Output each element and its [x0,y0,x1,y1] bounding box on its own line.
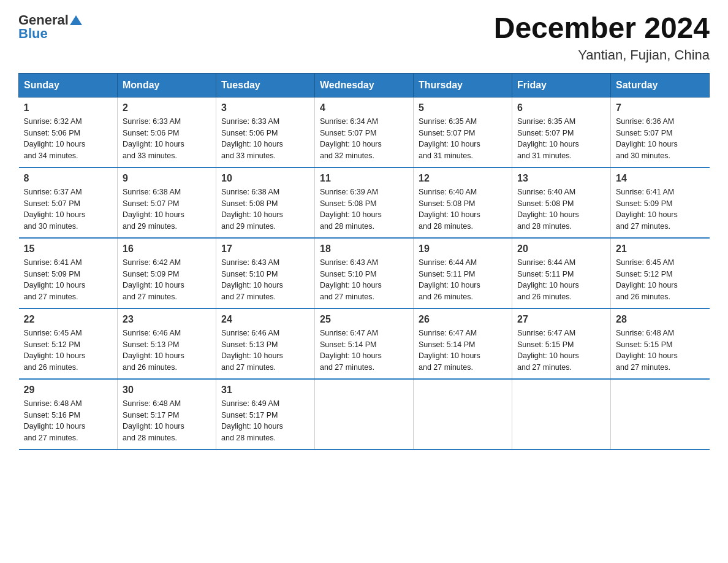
calendar-cell: 24 Sunrise: 6:46 AM Sunset: 5:13 PM Dayl… [216,308,315,379]
day-number: 26 [419,314,507,325]
calendar-cell: 28 Sunrise: 6:48 AM Sunset: 5:15 PM Dayl… [611,308,710,379]
calendar-header-row: SundayMondayTuesdayWednesdayThursdayFrid… [19,73,710,97]
day-info: Sunrise: 6:43 AM Sunset: 5:10 PM Dayligh… [320,257,408,303]
day-info: Sunrise: 6:34 AM Sunset: 5:07 PM Dayligh… [320,116,408,162]
calendar-cell [611,379,710,450]
day-info: Sunrise: 6:49 AM Sunset: 5:17 PM Dayligh… [221,398,309,444]
calendar-cell: 27 Sunrise: 6:47 AM Sunset: 5:15 PM Dayl… [512,308,611,379]
day-info: Sunrise: 6:38 AM Sunset: 5:07 PM Dayligh… [123,186,211,232]
title-area: December 2024 Yantian, Fujian, China [494,12,710,63]
col-header-wednesday: Wednesday [315,73,414,97]
calendar-cell: 5 Sunrise: 6:35 AM Sunset: 5:07 PM Dayli… [414,97,512,167]
calendar-cell: 16 Sunrise: 6:42 AM Sunset: 5:09 PM Dayl… [118,238,216,308]
day-number: 3 [221,102,309,113]
col-header-thursday: Thursday [414,73,512,97]
calendar-week-row: 15 Sunrise: 6:41 AM Sunset: 5:09 PM Dayl… [19,238,710,308]
day-number: 14 [616,173,705,184]
calendar-cell [315,379,414,450]
calendar-cell: 31 Sunrise: 6:49 AM Sunset: 5:17 PM Dayl… [216,379,315,450]
calendar-cell: 26 Sunrise: 6:47 AM Sunset: 5:14 PM Dayl… [414,308,512,379]
day-number: 6 [517,102,605,113]
day-info: Sunrise: 6:33 AM Sunset: 5:06 PM Dayligh… [221,116,309,162]
calendar-table: SundayMondayTuesdayWednesdayThursdayFrid… [18,73,710,450]
calendar-cell: 6 Sunrise: 6:35 AM Sunset: 5:07 PM Dayli… [512,97,611,167]
calendar-week-row: 8 Sunrise: 6:37 AM Sunset: 5:07 PM Dayli… [19,167,710,238]
day-info: Sunrise: 6:45 AM Sunset: 5:12 PM Dayligh… [24,327,113,373]
day-number: 4 [320,102,408,113]
col-header-tuesday: Tuesday [216,73,315,97]
col-header-friday: Friday [512,73,611,97]
calendar-cell: 22 Sunrise: 6:45 AM Sunset: 5:12 PM Dayl… [19,308,118,379]
col-header-monday: Monday [118,73,216,97]
svg-marker-0 [70,15,82,25]
calendar-cell: 11 Sunrise: 6:39 AM Sunset: 5:08 PM Dayl… [315,167,414,238]
day-info: Sunrise: 6:35 AM Sunset: 5:07 PM Dayligh… [517,116,605,162]
day-number: 15 [24,243,113,255]
calendar-cell: 17 Sunrise: 6:43 AM Sunset: 5:10 PM Dayl… [216,238,315,308]
day-number: 27 [517,314,605,325]
calendar-cell: 23 Sunrise: 6:46 AM Sunset: 5:13 PM Dayl… [118,308,216,379]
calendar-cell [512,379,611,450]
day-number: 2 [123,102,211,113]
page-header: General Blue December 2024 Yantian, Fuji… [18,12,710,63]
calendar-week-row: 29 Sunrise: 6:48 AM Sunset: 5:16 PM Dayl… [19,379,710,450]
day-info: Sunrise: 6:41 AM Sunset: 5:09 PM Dayligh… [616,186,705,232]
day-number: 30 [123,385,211,396]
calendar-cell: 9 Sunrise: 6:38 AM Sunset: 5:07 PM Dayli… [118,167,216,238]
day-info: Sunrise: 6:46 AM Sunset: 5:13 PM Dayligh… [123,327,211,373]
month-title: December 2024 [494,12,710,45]
day-info: Sunrise: 6:42 AM Sunset: 5:09 PM Dayligh… [123,257,211,303]
day-info: Sunrise: 6:46 AM Sunset: 5:13 PM Dayligh… [221,327,309,373]
calendar-week-row: 22 Sunrise: 6:45 AM Sunset: 5:12 PM Dayl… [19,308,710,379]
day-info: Sunrise: 6:44 AM Sunset: 5:11 PM Dayligh… [419,257,507,303]
day-info: Sunrise: 6:45 AM Sunset: 5:12 PM Dayligh… [616,257,705,303]
day-info: Sunrise: 6:47 AM Sunset: 5:14 PM Dayligh… [419,327,507,373]
day-info: Sunrise: 6:40 AM Sunset: 5:08 PM Dayligh… [419,186,507,232]
day-info: Sunrise: 6:43 AM Sunset: 5:10 PM Dayligh… [221,257,309,303]
day-info: Sunrise: 6:44 AM Sunset: 5:11 PM Dayligh… [517,257,605,303]
day-info: Sunrise: 6:47 AM Sunset: 5:14 PM Dayligh… [320,327,408,373]
day-number: 11 [320,173,408,184]
day-info: Sunrise: 6:48 AM Sunset: 5:17 PM Dayligh… [123,398,211,444]
calendar-cell: 1 Sunrise: 6:32 AM Sunset: 5:06 PM Dayli… [19,97,118,167]
day-number: 29 [24,385,113,396]
day-info: Sunrise: 6:48 AM Sunset: 5:15 PM Dayligh… [616,327,705,373]
day-number: 24 [221,314,309,325]
day-number: 25 [320,314,408,325]
day-number: 1 [24,102,113,113]
calendar-cell: 7 Sunrise: 6:36 AM Sunset: 5:07 PM Dayli… [611,97,710,167]
calendar-cell: 8 Sunrise: 6:37 AM Sunset: 5:07 PM Dayli… [19,167,118,238]
day-number: 16 [123,243,211,255]
day-number: 5 [419,102,507,113]
day-number: 20 [517,243,605,255]
day-number: 8 [24,173,113,184]
col-header-sunday: Sunday [19,73,118,97]
day-number: 22 [24,314,113,325]
day-number: 23 [123,314,211,325]
calendar-cell: 12 Sunrise: 6:40 AM Sunset: 5:08 PM Dayl… [414,167,512,238]
day-number: 17 [221,243,309,255]
day-number: 31 [221,385,309,396]
day-info: Sunrise: 6:33 AM Sunset: 5:06 PM Dayligh… [123,116,211,162]
logo-triangle-icon [70,14,82,26]
calendar-cell: 14 Sunrise: 6:41 AM Sunset: 5:09 PM Dayl… [611,167,710,238]
day-info: Sunrise: 6:36 AM Sunset: 5:07 PM Dayligh… [616,116,705,162]
calendar-cell [414,379,512,450]
day-info: Sunrise: 6:47 AM Sunset: 5:15 PM Dayligh… [517,327,605,373]
logo-blue-text: Blue [18,26,48,41]
calendar-cell: 30 Sunrise: 6:48 AM Sunset: 5:17 PM Dayl… [118,379,216,450]
calendar-cell: 4 Sunrise: 6:34 AM Sunset: 5:07 PM Dayli… [315,97,414,167]
day-info: Sunrise: 6:35 AM Sunset: 5:07 PM Dayligh… [419,116,507,162]
logo: General Blue [18,12,82,42]
location-title: Yantian, Fujian, China [494,47,710,63]
col-header-saturday: Saturday [611,73,710,97]
calendar-cell: 19 Sunrise: 6:44 AM Sunset: 5:11 PM Dayl… [414,238,512,308]
calendar-cell: 29 Sunrise: 6:48 AM Sunset: 5:16 PM Dayl… [19,379,118,450]
day-number: 10 [221,173,309,184]
day-info: Sunrise: 6:39 AM Sunset: 5:08 PM Dayligh… [320,186,408,232]
calendar-cell: 13 Sunrise: 6:40 AM Sunset: 5:08 PM Dayl… [512,167,611,238]
day-number: 28 [616,314,705,325]
day-number: 13 [517,173,605,184]
calendar-cell: 10 Sunrise: 6:38 AM Sunset: 5:08 PM Dayl… [216,167,315,238]
calendar-cell: 18 Sunrise: 6:43 AM Sunset: 5:10 PM Dayl… [315,238,414,308]
